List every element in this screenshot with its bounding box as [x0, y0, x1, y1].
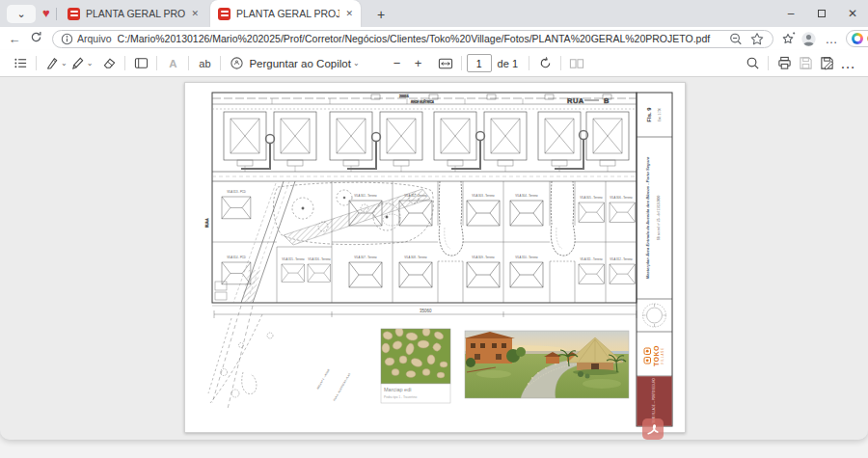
table-of-contents-button[interactable] — [10, 53, 31, 74]
zoom-in-button[interactable]: + — [408, 53, 429, 74]
plan-lot-houses: VILA 301 - Terreno VILA 302 - Terreno VI… — [222, 190, 636, 287]
fit-width-icon — [438, 57, 453, 70]
copilot-chat-button[interactable]: Chat — [846, 30, 868, 47]
dim-top-label: 20015 — [399, 94, 409, 98]
browser-window: ⌄ ♥ PLANTA GERAL PROJETO.pdf ✕ PLANTA GE… — [0, 0, 868, 440]
chevron-down-icon: ⌄ — [16, 8, 25, 19]
road-note: RUA A - ACESSO ÀS VILAS — [332, 372, 351, 402]
chevron-down-icon[interactable]: ⌄ — [87, 59, 94, 67]
save-button[interactable] — [795, 53, 816, 74]
street-top-label: RUA — [567, 96, 584, 105]
restore-icon — [817, 9, 827, 18]
plan-title-block: Fls. 9 Esc. 1:750 Masterplan Área Entrad… — [637, 107, 672, 426]
tab-separator — [56, 8, 57, 20]
add-text-button[interactable] — [130, 53, 151, 74]
rotate-button[interactable] — [534, 53, 556, 74]
sheet-scale: Esc. 1:750 — [658, 108, 662, 122]
zoom-out-button[interactable]: − — [387, 53, 408, 74]
site-plan-drawing: 20015 REDE ELÉTRICA RUA B RUA A — [185, 83, 685, 432]
lot-label: VILA 301 - Terreno — [354, 194, 377, 198]
eraser-icon — [102, 56, 117, 70]
lot-label: VILA 311 - Terreno — [580, 257, 603, 261]
strip-text: TOKO VILLAGE — PORTO SEGURO — [652, 377, 656, 423]
minimize-button[interactable]: – — [775, 0, 806, 27]
page-number-input[interactable] — [467, 54, 492, 72]
table-of-contents-icon — [14, 56, 28, 70]
tab-search-button[interactable]: ⌄ — [7, 5, 36, 23]
project-revision: SB accred nº 25 - del 11/12/2010 — [657, 195, 661, 240]
ask-copilot-button[interactable] — [226, 53, 247, 74]
format-text-icon: A — [169, 58, 176, 69]
pdf-toolbar: ⌄ ⌄ A ab — [0, 50, 868, 77]
chevron-down-icon[interactable]: ⌄ — [353, 59, 360, 67]
toolbar-separator — [188, 56, 189, 70]
brand-subname: VILLAGE — [661, 347, 665, 364]
url-field[interactable]: Arquivo C:/Mario%20130126/Mario%202025/P… — [52, 30, 773, 48]
toolbar-separator — [461, 56, 462, 70]
plan-top-houses — [224, 112, 629, 172]
favorites-bar-icon[interactable] — [781, 31, 797, 46]
address-bar-actions: … Chat — [781, 30, 868, 47]
brand-name: TOKO — [653, 345, 660, 366]
lot-label: VILA 309 - Terreno — [472, 256, 495, 259]
close-window-button[interactable]: ✕ — [837, 0, 868, 27]
read-aloud-button[interactable]: ab — [194, 53, 215, 74]
highlighter-icon — [70, 56, 85, 70]
print-button[interactable] — [773, 53, 795, 74]
tab-planta-geral-1[interactable]: PLANTA GERAL PROJETO.pdf ✕ — [60, 0, 206, 27]
lot-label: VILA 310 - Terreno — [515, 256, 538, 259]
pdf-viewer-content[interactable]: 20015 REDE ELÉTRICA RUA B RUA A — [0, 77, 868, 440]
more-options-button[interactable]: … — [837, 53, 858, 74]
ask-copilot-label[interactable]: Perguntar ao Copilot — [249, 58, 350, 69]
open-in-acrobat-button[interactable] — [642, 418, 664, 440]
back-button[interactable]: ← — [4, 32, 25, 46]
close-tab-icon[interactable]: ✕ — [191, 9, 199, 18]
lot-label: VILA 316 - Terreno — [308, 257, 331, 261]
search-document-button[interactable] — [742, 53, 763, 74]
page-view-button[interactable] — [566, 53, 587, 74]
plan-culdesacs — [439, 181, 575, 256]
highlight-button[interactable] — [68, 53, 89, 74]
street-left-label: RUA A — [205, 218, 209, 228]
toolbar-separator — [529, 56, 529, 70]
save-as-button[interactable] — [816, 53, 837, 74]
heart-favicon-icon[interactable]: ♥ — [42, 6, 50, 20]
draw-button[interactable] — [41, 53, 63, 74]
format-text-button[interactable]: A — [162, 53, 183, 74]
tab-title: PLANTA GERAL PROJETO.pdf — [86, 8, 185, 19]
lot-label: VILA 307 - Terreno — [354, 256, 377, 259]
address-bar: ← Arquivo C:/Mario%20130126/Mario%202025… — [0, 27, 868, 50]
lot-label: VILA 303 - Terreno — [472, 194, 495, 198]
new-tab-button[interactable]: + — [370, 5, 392, 23]
paving-sample-image: Marciap edi Pedra tipo 1 - Travertino — [381, 326, 450, 403]
chevron-down-icon[interactable]: ⌄ — [61, 59, 68, 67]
page-count-label: de 1 — [498, 58, 518, 69]
settings-menu-button[interactable]: … — [821, 32, 842, 46]
refresh-button[interactable] — [25, 31, 46, 46]
profile-avatar[interactable] — [800, 31, 817, 47]
zoom-out-page-icon[interactable] — [728, 32, 744, 46]
tab-title: PLANTA GERAL PROJETO.pdf — [236, 8, 339, 19]
village-render-image — [464, 331, 629, 398]
fit-to-width-button[interactable] — [435, 53, 456, 74]
draw-pen-icon — [45, 56, 60, 70]
two-page-view-icon — [569, 57, 584, 70]
info-icon[interactable] — [61, 33, 73, 45]
lot-label: VILA 315 - Terreno — [282, 257, 305, 261]
toolbar-separator — [36, 56, 37, 70]
lot-label: VILA 304 - Terreno — [515, 194, 538, 198]
favorite-star-icon[interactable] — [749, 32, 765, 46]
tab-planta-geral-2-active[interactable]: PLANTA GERAL PROJETO.pdf ✕ — [210, 0, 361, 27]
copilot-outline-icon — [230, 56, 244, 70]
restore-button[interactable] — [806, 0, 837, 27]
close-tab-icon[interactable]: ✕ — [345, 9, 353, 18]
lot-label: VILA 313 - PCD — [227, 190, 246, 194]
plan-park — [273, 182, 433, 245]
lot-label: VILA 312 - Terreno — [610, 257, 633, 261]
toko-logo: TOKO VILLAGE — [644, 345, 665, 366]
rotate-icon — [538, 56, 553, 70]
save-as-icon — [820, 56, 834, 70]
lot-label: VILA 305 - Terreno — [580, 196, 603, 200]
refresh-icon — [30, 31, 42, 43]
erase-button[interactable] — [98, 53, 120, 74]
